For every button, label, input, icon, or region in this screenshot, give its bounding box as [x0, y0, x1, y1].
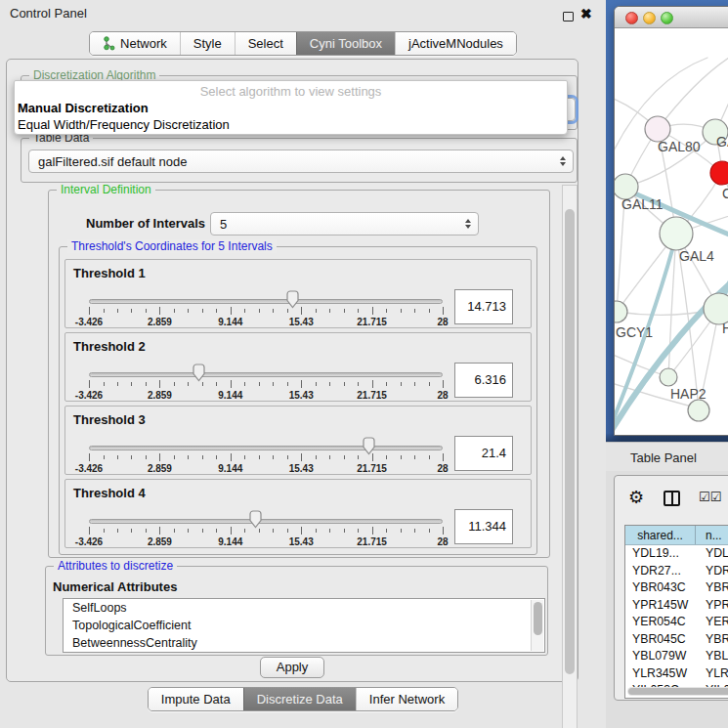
bottom-tab-discretize-data[interactable]: Discretize Data — [243, 688, 356, 710]
apply-button[interactable]: Apply — [260, 657, 324, 678]
table-panel-toolbar: ⚙ ☑☑ — [615, 484, 728, 517]
cell-name[interactable]: YLR3... — [696, 665, 728, 683]
node-bottom[interactable] — [688, 400, 709, 421]
column-header-shared-name[interactable]: shared... — [625, 526, 696, 544]
cell-name[interactable]: YDL1... — [696, 545, 728, 563]
dropdown-item-manual-discretization[interactable]: Manual Discretization — [15, 100, 567, 116]
table-row[interactable]: YDR27...YDR2... — [625, 563, 728, 580]
panel-vertical-scrollbar[interactable] — [562, 185, 578, 728]
network-graph[interactable]: GAL80 GA C GAL11 GAL4 GCY1 H HAP2 — [615, 28, 728, 436]
table-horizontal-scrollbar[interactable] — [627, 687, 728, 696]
control-panel: Control Panel ✖ NetworkStyleSelectCyni T… — [0, 0, 606, 728]
tick-label: 21.715 — [357, 390, 387, 401]
attributes-list-scrollbar[interactable] — [531, 600, 543, 651]
table-row[interactable]: YER054CYER0... — [625, 614, 728, 631]
threshold-value-field[interactable]: 11.344 — [454, 509, 513, 544]
minimize-window-icon[interactable] — [643, 12, 656, 24]
node-gcy1[interactable] — [615, 301, 627, 322]
numerical-attributes-list[interactable]: SelfLoopsTopologicalCoefficientBetweenne… — [63, 598, 545, 653]
cell-name[interactable]: YBL0... — [696, 648, 728, 665]
cyni-toolbox-panel: Discretization Algorithm Select algorith… — [6, 59, 578, 682]
tab-jactivemnodules[interactable]: jActiveMNodules — [395, 32, 516, 55]
close-panel-icon[interactable]: ✖ — [580, 6, 592, 21]
tab-select[interactable]: Select — [235, 32, 296, 55]
close-window-icon[interactable] — [625, 12, 638, 24]
tab-style[interactable]: Style — [180, 32, 235, 55]
column-header-name[interactable]: n... — [696, 526, 728, 544]
cell-name[interactable]: YDR2... — [696, 563, 728, 580]
tab-label: Impute Data — [161, 692, 231, 707]
cell-shared-name[interactable]: YER054C — [625, 614, 696, 631]
cell-shared-name[interactable]: YBR043C — [625, 579, 696, 597]
table-row[interactable]: YBL079WYBL0... — [625, 648, 728, 665]
tab-network[interactable]: Network — [90, 32, 180, 55]
cell-shared-name[interactable]: YDL19... — [625, 545, 696, 563]
tick-label: 21.715 — [357, 317, 387, 327]
attribute-list-item[interactable]: SelfLoops — [64, 599, 544, 617]
cell-name[interactable]: YBR0... — [696, 579, 728, 597]
network-canvas[interactable]: GAL80 GA C GAL11 GAL4 GCY1 H HAP2 — [615, 28, 728, 436]
gear-icon[interactable]: ⚙ — [628, 487, 644, 508]
threshold-slider[interactable]: -3.4262.8599.14415.4321.71528 — [89, 333, 443, 403]
table-row[interactable]: YDL19...YDL1... — [625, 545, 728, 563]
bottom-tab-impute-data[interactable]: Impute Data — [149, 688, 243, 710]
threshold-slider[interactable]: -3.4262.8599.14415.4321.71528 — [89, 407, 443, 476]
zoom-window-icon[interactable] — [661, 12, 673, 24]
slider-thumb[interactable] — [285, 290, 300, 309]
tab-cyni-toolbox[interactable]: Cyni Toolbox — [296, 32, 395, 55]
threshold-slider[interactable]: -3.4262.8599.14415.4321.71528 — [89, 480, 443, 549]
cell-shared-name[interactable]: YBL079W — [625, 648, 696, 665]
node-attribute-table[interactable]: shared... n... YDL19...YDL1...YDR27...YD… — [624, 525, 728, 699]
network-view-window[interactable]: GAL80 GA C GAL11 GAL4 GCY1 H HAP2 — [614, 6, 728, 436]
node-selected-red[interactable] — [710, 161, 728, 185]
table-row[interactable]: YLR345WYLR3... — [625, 665, 728, 683]
table-row[interactable]: YPR145WYPR1... — [625, 597, 728, 615]
tab-label: Infer Network — [369, 692, 445, 707]
tick-label: 28 — [437, 390, 448, 401]
cell-name[interactable]: YBR0... — [696, 631, 728, 649]
slider-thumb[interactable] — [248, 510, 263, 529]
cell-shared-name[interactable]: YDR27... — [625, 563, 696, 580]
bottom-tab-infer-network[interactable]: Infer Network — [356, 688, 457, 710]
table-row[interactable]: YBR045CYBR0... — [625, 631, 728, 649]
network-window-titlebar[interactable] — [615, 7, 728, 28]
table-data-selected-value: galFiltered.sif default node — [38, 154, 187, 169]
node-hap2[interactable] — [660, 368, 677, 386]
cell-shared-name[interactable]: YPR145W — [625, 597, 696, 615]
slider-track[interactable] — [89, 519, 443, 524]
slider-track[interactable] — [89, 372, 443, 377]
number-of-intervals-combobox[interactable]: 5 — [210, 212, 479, 236]
dropdown-item-equal-width-frequency[interactable]: Equal Width/Frequency Discretization — [15, 116, 567, 133]
column-layout-icon[interactable] — [664, 491, 680, 506]
threshold-2-row: Threshold 2 -3.4262.8599.14415.4321.7152… — [64, 332, 532, 402]
threshold-slider[interactable]: -3.4262.8599.14415.4321.71528 — [89, 260, 443, 329]
slider-thumb[interactable] — [192, 364, 206, 382]
threshold-value-field[interactable]: 6.316 — [454, 363, 513, 398]
slider-track[interactable] — [89, 299, 443, 304]
attribute-list-item[interactable]: TopologicalCoefficient — [64, 617, 544, 634]
cell-name[interactable]: YPR1... — [696, 597, 728, 615]
threshold-value-field[interactable]: 14.713 — [454, 289, 513, 324]
combo-stepper-icon — [560, 156, 566, 166]
table-row[interactable]: YBR043CYBR0... — [625, 579, 728, 597]
cell-shared-name[interactable]: YLR345W — [625, 665, 696, 683]
algorithm-dropdown-popup: Select algorithm to view settings Manual… — [14, 80, 568, 135]
slider-thumb[interactable] — [362, 437, 376, 455]
attributes-to-discretize-group: Attributes to discretize Numerical Attri… — [45, 566, 548, 656]
tick-label: 28 — [437, 317, 448, 327]
attribute-list-item[interactable]: BetweennessCentrality — [64, 634, 544, 652]
threshold-4-row: Threshold 4 -3.4262.8599.14415.4321.7152… — [64, 479, 532, 548]
slider-track[interactable] — [89, 446, 443, 450]
tick-label: 15.43 — [289, 536, 314, 547]
select-columns-icon[interactable]: ☑☑ — [699, 490, 721, 504]
table-header-row[interactable]: shared... n... — [625, 526, 728, 545]
cell-name[interactable]: YER0... — [696, 614, 728, 631]
node-gal4[interactable] — [660, 217, 693, 250]
tick-label: -3.426 — [75, 390, 103, 401]
dropdown-prompt-item[interactable]: Select algorithm to view settings — [15, 81, 567, 100]
cell-shared-name[interactable]: YBR045C — [625, 631, 696, 649]
table-data-combobox[interactable]: galFiltered.sif default node — [28, 150, 574, 173]
float-window-icon[interactable] — [563, 12, 574, 21]
right-region: GAL80 GA C GAL11 GAL4 GCY1 H HAP2 Table … — [606, 0, 728, 728]
threshold-value-field[interactable]: 21.4 — [454, 436, 513, 471]
